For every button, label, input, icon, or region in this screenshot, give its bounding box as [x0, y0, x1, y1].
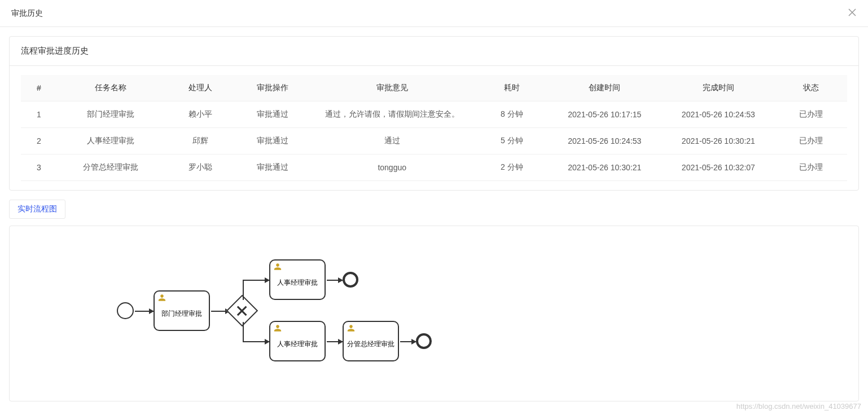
close-icon[interactable] [848, 8, 857, 19]
cell-handler: 邱辉 [165, 128, 236, 154]
table-row: 3分管总经理审批罗小聪审批通过tongguo2 分钟2021-05-26 10:… [21, 154, 847, 181]
cell-finished: 2021-05-26 10:30:21 [661, 128, 775, 154]
cell-status[interactable]: 已办理 [775, 128, 847, 154]
user-icon [274, 324, 282, 332]
exclusive-gateway [226, 295, 258, 327]
cell-op: 审批通过 [236, 128, 308, 154]
task-node-hr-manager-a: 人事经理审批 [269, 259, 326, 300]
end-event [416, 333, 432, 349]
cell-task: 部门经理审批 [57, 101, 165, 128]
cell-idx: 2 [21, 128, 57, 154]
arrow [327, 280, 343, 281]
task-node-hr-manager-b: 人事经理审批 [269, 321, 326, 361]
th-task: 任务名称 [57, 75, 165, 101]
th-duration: 耗时 [476, 75, 547, 101]
cell-task: 分管总经理审批 [57, 154, 165, 181]
th-created: 创建时间 [548, 75, 662, 101]
cell-status[interactable]: 已办理 [775, 154, 847, 181]
cell-op: 审批通过 [236, 154, 308, 181]
cell-duration: 8 分钟 [476, 101, 547, 128]
start-event [117, 302, 134, 319]
arrow [243, 341, 269, 342]
task-label: 人事经理审批 [277, 278, 318, 288]
diagram-card: 部门经理审批 人事经理审批 人事经理审批 [9, 226, 859, 401]
history-card: 流程审批进度历史 # 任务名称 处理人 审批操作 审批意见 耗时 创建时间 完成… [9, 36, 859, 191]
task-label: 分管总经理审批 [347, 339, 394, 349]
user-icon [274, 263, 282, 271]
task-label: 部门经理审批 [161, 309, 202, 319]
task-node-division-manager: 分管总经理审批 [343, 321, 399, 361]
card-body: # 任务名称 处理人 审批操作 审批意见 耗时 创建时间 完成时间 状态 1部门… [10, 66, 858, 190]
cell-op: 审批通过 [236, 101, 308, 128]
th-finished: 完成时间 [661, 75, 775, 101]
modal-title: 审批历史 [11, 8, 43, 19]
table-row: 2人事经理审批邱辉审批通过通过5 分钟2021-05-26 10:24:5320… [21, 128, 847, 154]
arrow [327, 341, 343, 342]
table-row: 1部门经理审批赖小平审批通过通过，允许请假，请假期间注意安全。8 分钟2021-… [21, 101, 847, 128]
arrow [243, 280, 269, 281]
th-op: 审批操作 [236, 75, 308, 101]
cell-status[interactable]: 已办理 [775, 101, 847, 128]
cell-task: 人事经理审批 [57, 128, 165, 154]
modal-body: 流程审批进度历史 # 任务名称 处理人 审批操作 审批意见 耗时 创建时间 完成… [0, 27, 868, 410]
cell-idx: 3 [21, 154, 57, 181]
cell-duration: 5 分钟 [476, 128, 547, 154]
th-handler: 处理人 [165, 75, 236, 101]
cell-comment: tongguo [308, 154, 476, 181]
cell-duration: 2 分钟 [476, 154, 547, 181]
cell-created: 2021-05-26 10:17:15 [548, 101, 662, 128]
modal-header: 审批历史 [0, 0, 868, 27]
tab-bar: 实时流程图 [9, 200, 859, 219]
cell-created: 2021-05-26 10:30:21 [548, 154, 662, 181]
cell-handler: 罗小聪 [165, 154, 236, 181]
table-header-row: # 任务名称 处理人 审批操作 审批意见 耗时 创建时间 完成时间 状态 [21, 75, 847, 101]
tab-realtime-diagram[interactable]: 实时流程图 [9, 200, 65, 219]
cell-idx: 1 [21, 101, 57, 128]
card-title: 流程审批进度历史 [10, 37, 858, 66]
cell-comment: 通过，允许请假，请假期间注意安全。 [308, 101, 476, 128]
user-icon [347, 324, 355, 332]
end-event [343, 272, 358, 288]
task-node-dept-manager: 部门经理审批 [154, 290, 210, 331]
connector [243, 280, 244, 300]
arrow [135, 311, 154, 312]
cell-comment: 通过 [308, 128, 476, 154]
th-status: 状态 [775, 75, 847, 101]
arrow [400, 341, 416, 342]
cell-handler: 赖小平 [165, 101, 236, 128]
cell-finished: 2021-05-26 10:32:07 [661, 154, 775, 181]
cell-finished: 2021-05-26 10:24:53 [661, 101, 775, 128]
history-table: # 任务名称 处理人 审批操作 审批意见 耗时 创建时间 完成时间 状态 1部门… [21, 75, 847, 181]
th-idx: # [21, 75, 57, 101]
cell-created: 2021-05-26 10:24:53 [548, 128, 662, 154]
th-comment: 审批意见 [308, 75, 476, 101]
user-icon [158, 294, 166, 302]
task-label: 人事经理审批 [277, 339, 318, 349]
connector [243, 322, 244, 342]
bpmn-diagram: 部门经理审批 人事经理审批 人事经理审批 [100, 243, 529, 367]
